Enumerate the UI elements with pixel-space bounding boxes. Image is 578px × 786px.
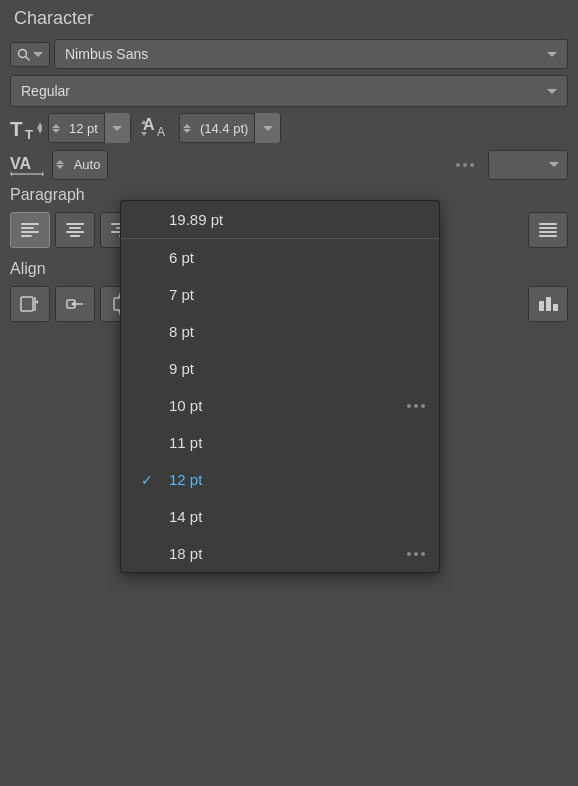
tracking-value: Auto: [67, 157, 107, 172]
dropdown-row-10pt: 10 pt: [121, 387, 439, 424]
align-left-button[interactable]: [10, 212, 50, 248]
align-distribute-button[interactable]: [528, 286, 568, 322]
tracking-input[interactable]: Auto: [52, 150, 108, 180]
dropdown-divider-6pt: 6 pt: [121, 238, 439, 276]
font-size-row: T T 12 pt A A: [10, 113, 568, 143]
search-chevron-icon: [33, 52, 43, 57]
font-style-chevron-icon: [547, 89, 557, 94]
dropdown-item-7pt[interactable]: 7 pt: [121, 276, 439, 313]
svg-marker-5: [37, 128, 42, 134]
svg-marker-9: [141, 132, 147, 136]
font-size-dropdown: 19.89 pt 6 pt 7 pt 8 pt 9 pt: [120, 200, 440, 573]
font-style-value: Regular: [21, 83, 70, 99]
dropdown-item-label: 6 pt: [169, 249, 194, 266]
leading-chevron-icon: [263, 126, 273, 131]
align-center-button[interactable]: [55, 212, 95, 248]
font-size-icon: T T: [10, 114, 42, 142]
font-search-button[interactable]: [10, 42, 50, 67]
dropdown-item-label: 11 pt: [169, 434, 202, 451]
leading-icon: A A: [137, 114, 173, 142]
leading-input[interactable]: (14.4 pt): [179, 113, 281, 143]
font-family-chevron-icon: [547, 52, 557, 57]
dropdown-item-label: 19.89 pt: [169, 211, 223, 228]
svg-rect-26: [546, 297, 551, 311]
svg-rect-14: [21, 297, 33, 311]
dropdown-item-11pt[interactable]: 11 pt: [121, 424, 439, 461]
dropdown-item-10pt[interactable]: 10 pt: [121, 387, 407, 424]
tracking-up-arrow[interactable]: [56, 160, 64, 164]
align-to-selection-button[interactable]: [10, 286, 50, 322]
svg-text:T: T: [10, 117, 23, 140]
svg-marker-4: [37, 122, 42, 128]
leading-value: (14.4 pt): [194, 121, 254, 136]
align-box-arrow-icon: [19, 293, 41, 315]
font-size-spinner[interactable]: [49, 122, 63, 135]
tracking-row: VA Auto: [10, 149, 568, 180]
tracking-down-arrow[interactable]: [56, 165, 64, 169]
font-size-dropdown-button[interactable]: [104, 113, 130, 143]
align-horizontal-button[interactable]: [55, 286, 95, 322]
svg-text:VA: VA: [10, 155, 31, 172]
more-options-icon[interactable]: [456, 163, 474, 167]
leading-dropdown-button[interactable]: [254, 113, 280, 143]
dropdown-item-12pt[interactable]: ✓ 12 pt: [121, 461, 439, 498]
tracking-icon: VA: [10, 149, 46, 180]
dropdown-item-8pt[interactable]: 8 pt: [121, 313, 439, 350]
tracking-units-select[interactable]: [488, 150, 568, 180]
character-panel: Character Nimbus Sans Regular: [0, 0, 578, 786]
dropdown-item-label: 9 pt: [169, 360, 194, 377]
align-justify-button[interactable]: [528, 212, 568, 248]
more-options-18pt-icon[interactable]: [407, 552, 439, 556]
svg-text:A: A: [157, 125, 165, 139]
dropdown-item-label: 8 pt: [169, 323, 194, 340]
search-icon: [17, 48, 30, 61]
dropdown-item-label: 12 pt: [169, 471, 202, 488]
font-family-value: Nimbus Sans: [65, 46, 148, 62]
dropdown-item-19pt[interactable]: 19.89 pt: [121, 201, 439, 238]
dropdown-item-14pt[interactable]: 14 pt: [121, 498, 439, 535]
dropdown-item-label: 7 pt: [169, 286, 194, 303]
align-justify-icon: [539, 223, 557, 237]
font-family-row: Nimbus Sans: [10, 39, 568, 69]
dropdown-item-18pt[interactable]: 18 pt: [121, 535, 407, 572]
svg-rect-25: [539, 301, 544, 311]
dropdown-item-9pt[interactable]: 9 pt: [121, 350, 439, 387]
leading-spinner[interactable]: [180, 122, 194, 135]
tracking-units-chevron-icon: [549, 162, 559, 167]
align-distribute-icon: [537, 293, 559, 315]
font-size-up-arrow[interactable]: [52, 124, 60, 128]
svg-rect-27: [553, 304, 558, 311]
svg-marker-13: [42, 171, 44, 177]
font-size-value: 12 pt: [63, 121, 104, 136]
font-style-select[interactable]: Regular: [10, 75, 568, 107]
align-left-icon: [21, 223, 39, 237]
panel-title: Character: [10, 8, 568, 29]
dropdown-item-label: 14 pt: [169, 508, 202, 525]
font-style-row: Regular: [10, 75, 568, 107]
svg-text:A: A: [143, 116, 155, 133]
font-size-dropdown-chevron-icon: [112, 126, 122, 131]
align-horizontal-icon: [64, 293, 86, 315]
dropdown-item-6pt[interactable]: 6 pt: [121, 239, 439, 276]
dropdown-item-label: 18 pt: [169, 545, 202, 562]
leading-down-arrow[interactable]: [183, 129, 191, 133]
font-size-input[interactable]: 12 pt: [48, 113, 131, 143]
dropdown-item-label: 10 pt: [169, 397, 202, 414]
align-center-icon: [66, 223, 84, 237]
dropdown-row-18pt: 18 pt: [121, 535, 439, 572]
tracking-spinner[interactable]: [53, 158, 67, 171]
svg-marker-19: [71, 301, 75, 307]
svg-line-1: [26, 56, 30, 60]
more-options-10pt-icon[interactable]: [407, 404, 439, 408]
svg-text:T: T: [25, 127, 33, 142]
leading-up-arrow[interactable]: [183, 124, 191, 128]
font-size-down-arrow[interactable]: [52, 129, 60, 133]
checkmark-icon: ✓: [141, 472, 159, 488]
font-family-select[interactable]: Nimbus Sans: [54, 39, 568, 69]
